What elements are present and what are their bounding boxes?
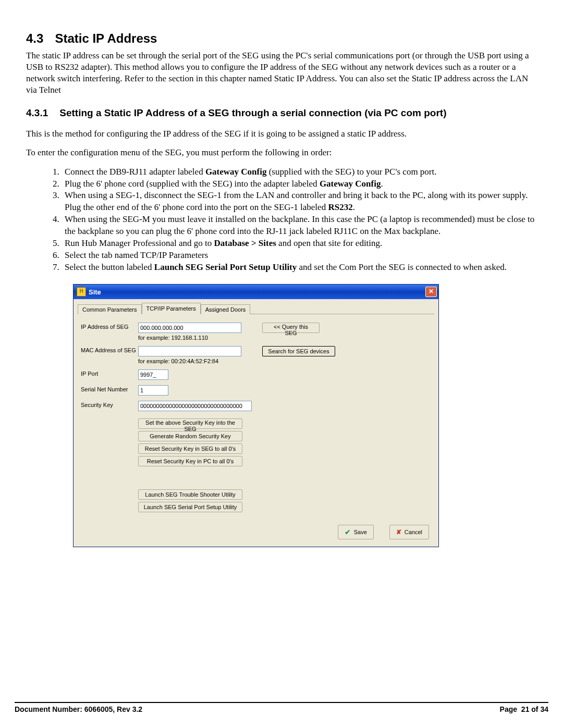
x-icon: ✘ — [396, 528, 401, 536]
set-security-key-button[interactable]: Set the above Security Key into the SEG — [138, 418, 242, 429]
search-seg-devices-button[interactable]: Search for SEG devices — [262, 346, 335, 356]
step-item: Select the tab named TCP/IP Parameters — [62, 250, 537, 262]
document-number: Document Number: 6066005, Rev 3.2 — [15, 705, 142, 713]
step-item: Plug the 6' phone cord (supplied with th… — [62, 178, 537, 190]
mac-address-input[interactable] — [138, 346, 241, 356]
dialog-title: Site — [89, 288, 101, 296]
cancel-button[interactable]: ✘ Cancel — [389, 525, 429, 539]
label-ip-port: IP Port — [81, 369, 138, 377]
serial-net-input[interactable] — [138, 385, 168, 396]
tab-common-parameters[interactable]: Common Parameters — [78, 304, 142, 314]
step-item: When using the SEG-M you must leave it i… — [62, 214, 537, 238]
subsection-number: 4.3.1 — [26, 107, 48, 119]
page-number: Page 21 of 34 — [500, 705, 548, 713]
reset-key-seg-button[interactable]: Reset Security Key in SEG to all 0's — [138, 443, 242, 454]
close-icon[interactable]: ✕ — [425, 287, 437, 297]
mac-help-text: for example: 00:20:4A:52:F2:84 — [138, 358, 241, 364]
ip-help-text: for example: 192.168.1.110 — [138, 335, 241, 341]
step-item: Select the button labeled Launch SEG Ser… — [62, 262, 537, 274]
launch-trouble-shooter-button[interactable]: Launch SEG Trouble Shooter Utility — [138, 489, 242, 500]
check-icon: ✔ — [345, 528, 351, 536]
launch-serial-setup-button[interactable]: Launch SEG Serial Port Setup Utility — [138, 502, 242, 512]
generate-security-key-button[interactable]: Generate Random Security Key — [138, 431, 242, 441]
section-number: 4.3 — [26, 31, 43, 46]
tab-tcpip-parameters[interactable]: TCP/IP Parameters — [142, 303, 201, 314]
subsection-title: Setting a Static IP Address of a SEG thr… — [59, 107, 446, 118]
app-icon: H — [77, 287, 86, 297]
steps-list: Connect the DB9-RJ11 adapter labeled Gat… — [47, 166, 537, 274]
label-ip-address: IP Address of SEG — [81, 323, 138, 330]
label-serial-net: Serial Net Number — [81, 385, 138, 392]
save-button-label: Save — [354, 529, 367, 535]
subsection-heading: 4.3.1Setting a Static IP Address of a SE… — [26, 107, 537, 119]
section-title: Static IP Address — [55, 31, 157, 45]
ip-address-input[interactable] — [138, 323, 241, 333]
page-footer: Document Number: 6066005, Rev 3.2 Page 2… — [15, 702, 548, 713]
tab-strip: Common Parameters TCP/IP Parameters Assi… — [78, 302, 434, 314]
reset-key-pc-button[interactable]: Reset Security Key in PC to all 0's — [138, 456, 242, 466]
label-mac-address: MAC Address of SEG — [81, 346, 138, 353]
label-security-key: Security Key — [81, 401, 138, 408]
save-button[interactable]: ✔ Save — [338, 525, 374, 539]
step-item: When using a SEG-1, disconnect the SEG-1… — [62, 190, 537, 214]
query-seg-button[interactable]: << Query this SEG — [262, 323, 320, 333]
ip-port-input[interactable] — [138, 369, 168, 380]
security-key-input[interactable] — [138, 401, 252, 411]
method-paragraph: This is the method for configuring the I… — [26, 128, 537, 140]
site-dialog: H Site ✕ Common Parameters TCP/IP Parame… — [73, 284, 439, 547]
section-heading: 4.3Static IP Address — [26, 31, 537, 46]
cancel-button-label: Cancel — [405, 529, 422, 535]
lead-in-paragraph: To enter the configuration menu of the S… — [26, 147, 537, 158]
step-item: Run Hub Manager Professional and go to D… — [62, 238, 537, 250]
tab-assigned-doors[interactable]: Assigned Doors — [201, 304, 251, 314]
dialog-titlebar[interactable]: H Site ✕ — [74, 285, 438, 299]
step-item: Connect the DB9-RJ11 adapter labeled Gat… — [62, 166, 537, 178]
intro-paragraph: The static IP address can be set through… — [26, 50, 537, 96]
